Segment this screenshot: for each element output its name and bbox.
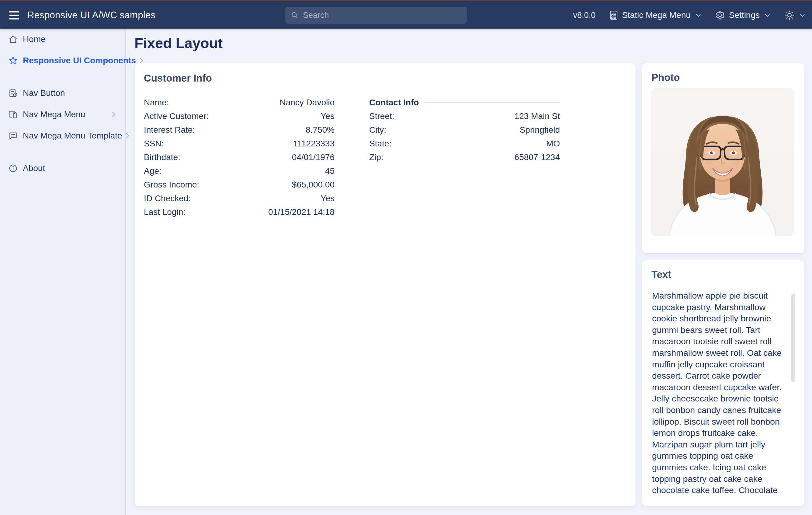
- hamburger-menu-icon[interactable]: [9, 9, 23, 22]
- field-label: State:: [369, 139, 392, 148]
- contact-fields-column: Contact Info Street: 123 Main St City: S…: [369, 96, 560, 219]
- field-value: 111223333: [293, 139, 335, 148]
- devices-icon: [8, 109, 18, 119]
- field-value: Yes: [321, 111, 335, 121]
- field-row: Street: 123 Main St: [369, 109, 560, 123]
- sidebar-item-label: Nav Mega Menu Template: [23, 131, 122, 141]
- version-label: v8.0.0: [573, 11, 596, 20]
- chevron-right-icon: [111, 110, 116, 118]
- text-card-title: Text: [651, 269, 795, 280]
- sidebar-item-nav-mega-menu[interactable]: Nav Mega Menu: [0, 104, 125, 125]
- field-row: Interest Rate: 8.750%: [144, 123, 335, 137]
- field-value: 45: [325, 166, 335, 176]
- sun-icon: [784, 10, 795, 20]
- field-value: $65,000.00: [292, 180, 335, 190]
- search-icon: [291, 11, 299, 19]
- field-label: Interest Rate:: [144, 125, 195, 135]
- chevron-down-icon: [764, 13, 770, 17]
- field-label: Gross Income:: [144, 180, 199, 190]
- contact-fields-list: Street: 123 Main St City: Springfield St…: [369, 109, 560, 164]
- sidebar-item-label: About: [23, 163, 116, 173]
- customer-info-title: Customer Info: [144, 73, 627, 84]
- chevron-down-icon: [695, 13, 701, 17]
- mega-menu-label: Static Mega Menu: [622, 10, 691, 20]
- field-label: Birthdate:: [144, 153, 180, 162]
- chevron-right-icon: [124, 132, 130, 140]
- field-value: 01/15/2021 14:18: [268, 207, 335, 217]
- sidebar-item-responsive-ui-components[interactable]: Responsive UI Components: [0, 50, 125, 71]
- photo-card: Photo: [642, 63, 804, 253]
- field-value: Springfield: [520, 125, 560, 135]
- topbar-actions: v8.0.0 Static Mega Menu: [573, 1, 805, 29]
- sidebar-item-nav-button[interactable]: Nav Button: [0, 82, 125, 104]
- field-row: Name: Nancy Davolio: [144, 96, 335, 109]
- field-label: Active Customer:: [144, 111, 209, 121]
- field-label: Name:: [144, 98, 169, 107]
- sidebar-divider: [11, 77, 114, 77]
- field-value: Yes: [321, 194, 335, 203]
- field-value: 123 Main St: [515, 111, 560, 121]
- sidebar-item-label: Responsive UI Components: [23, 56, 136, 65]
- field-row: Age: 45: [144, 164, 335, 178]
- field-row: ID Checked: Yes: [144, 191, 335, 205]
- field-label: ID Checked:: [144, 194, 191, 203]
- field-row: Gross Income: $65,000.00: [144, 178, 335, 191]
- settings-dropdown[interactable]: Settings: [715, 10, 770, 20]
- field-label: Last Login:: [144, 207, 185, 217]
- photo-card-title: Photo: [651, 72, 795, 83]
- field-value: Nancy Davolio: [280, 98, 335, 107]
- mega-menu-dropdown[interactable]: Static Mega Menu: [609, 10, 701, 20]
- field-row: Birthdate: 04/01/1976: [144, 151, 335, 164]
- document-refresh-icon: [8, 88, 18, 98]
- field-value: 65807-1234: [515, 153, 560, 162]
- search-box[interactable]: [285, 7, 467, 24]
- group-header-rule: [426, 102, 560, 103]
- chevron-right-icon: [138, 57, 144, 64]
- customer-fields-column: Name: Nancy Davolio Active Customer: Yes…: [144, 96, 335, 219]
- settings-label: Settings: [729, 10, 760, 20]
- field-row: Last Login: 01/15/2021 14:18: [144, 205, 335, 219]
- home-icon: [8, 34, 18, 45]
- customer-photo: [651, 88, 794, 236]
- text-card: Text Marshmallow apple pie biscuit cupca…: [642, 260, 804, 506]
- contact-info-title: Contact Info: [369, 98, 419, 107]
- sidebar-item-label: Nav Mega Menu: [23, 110, 108, 119]
- main-content: Fixed Layout Customer Info Name: Nancy D…: [126, 29, 812, 515]
- sidebar-item-home[interactable]: Home: [0, 29, 125, 50]
- app-title: Responsive UI A/WC samples: [27, 1, 155, 29]
- page-title: Fixed Layout: [135, 35, 223, 51]
- field-label: City:: [369, 125, 386, 135]
- field-label: Street:: [369, 111, 394, 121]
- comment-lines-icon: [8, 131, 18, 141]
- field-value: 04/01/1976: [292, 153, 335, 162]
- top-app-bar: Responsive UI A/WC samples v8.0.0 Static…: [0, 0, 812, 29]
- contact-info-group-header: Contact Info: [369, 96, 560, 109]
- theme-switcher-dropdown[interactable]: [784, 10, 805, 20]
- field-row: City: Springfield: [369, 123, 560, 137]
- scrollbar-thumb[interactable]: [791, 294, 795, 382]
- sidebar-divider: [11, 152, 114, 152]
- field-row: SSN: 111223333: [144, 137, 335, 151]
- field-row: Zip: 65807-1234: [369, 151, 560, 164]
- sidebar-item-label: Nav Button: [23, 88, 116, 98]
- field-value: 8.750%: [306, 125, 335, 135]
- text-card-body[interactable]: Marshmallow apple pie biscuit cupcake pa…: [652, 290, 788, 497]
- sidebar-item-label: Home: [23, 34, 116, 44]
- field-label: Zip:: [369, 153, 383, 162]
- field-label: SSN:: [144, 139, 164, 148]
- sidebar-nav: Home Responsive UI Components Nav Button: [0, 29, 126, 515]
- gear-icon: [715, 10, 725, 20]
- customer-info-card: Customer Info Name: Nancy Davolio Active…: [135, 63, 636, 506]
- star-icon: [8, 55, 18, 66]
- field-value: MO: [546, 139, 560, 148]
- field-row: State: MO: [369, 137, 560, 151]
- field-label: Age:: [144, 166, 162, 176]
- sidebar-item-nav-mega-menu-template[interactable]: Nav Mega Menu Template: [0, 125, 125, 146]
- mega-menu-icon: [609, 10, 618, 20]
- info-circle-icon: [8, 163, 18, 173]
- field-row: Active Customer: Yes: [144, 109, 335, 123]
- chevron-down-icon: [799, 13, 805, 17]
- search-input[interactable]: [303, 11, 462, 20]
- sidebar-item-about[interactable]: About: [0, 158, 125, 179]
